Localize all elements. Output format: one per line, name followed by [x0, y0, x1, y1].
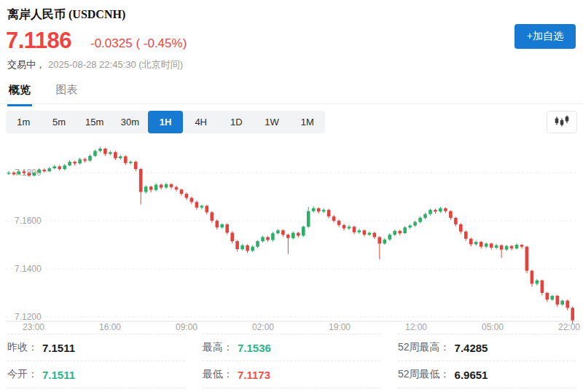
stat-value: 7.1511 — [42, 342, 75, 354]
stat-value: 6.9651 — [455, 369, 488, 381]
stat-label: 最高： — [203, 341, 233, 354]
svg-text:7.1600: 7.1600 — [15, 216, 42, 226]
tab-bar: 概览 图表 — [0, 82, 583, 104]
price-change: -0.0325 ( -0.45%) — [90, 36, 187, 51]
stat-label: 52周最高： — [398, 341, 450, 354]
quote-timestamp: 2025-08-28 22:45:30 (北京时间) — [48, 59, 183, 70]
stat-value: 7.4285 — [455, 342, 488, 354]
x-axis-labels: 23:0016:0009:0002:0019:0012:0005:0022:00 — [23, 322, 580, 332]
svg-text:7.1200: 7.1200 — [15, 312, 42, 322]
stat-label: 今开： — [7, 368, 38, 381]
stat-open: 今开：7.1511 — [7, 361, 185, 388]
price-chart-svg[interactable]: 7.18007.16007.14007.120023:0016:0009:000… — [0, 138, 583, 332]
period-button-1h[interactable]: 1H — [148, 111, 184, 133]
chart-style-button[interactable] — [547, 111, 577, 133]
stat-prev-close: 昨收：7.1511 — [7, 334, 185, 361]
stat-low: 最低：7.1173 — [203, 361, 380, 388]
period-button-1d[interactable]: 1D — [219, 111, 254, 133]
period-button-1w[interactable]: 1W — [254, 111, 290, 133]
period-button-15m[interactable]: 15m — [77, 111, 112, 133]
period-button-1m[interactable]: 1m — [6, 111, 42, 133]
stat-value: 7.1173 — [238, 369, 270, 381]
stat-label: 52周最低： — [398, 368, 450, 381]
svg-text:09:00: 09:00 — [176, 322, 197, 332]
price-chart[interactable]: 7.18007.16007.14007.120023:0016:0009:000… — [0, 138, 583, 332]
period-button-4h[interactable]: 4H — [183, 111, 219, 133]
last-price: 7.1186 — [6, 28, 71, 54]
stat-value: 7.1511 — [42, 369, 75, 381]
svg-text:16:00: 16:00 — [99, 322, 121, 332]
svg-text:05:00: 05:00 — [482, 322, 504, 332]
svg-text:7.1400: 7.1400 — [15, 264, 42, 274]
candles-layer — [7, 146, 574, 324]
quote-status-row: 交易中，2025-08-28 22:45:30 (北京时间) — [7, 58, 183, 71]
svg-text:22:00: 22:00 — [558, 322, 580, 332]
candlestick-icon — [554, 115, 570, 129]
instrument-title: 离岸人民币 (USDCNH) — [7, 7, 125, 23]
quote-page: 离岸人民币 (USDCNH) 7.1186 -0.0325 ( -0.45%) … — [0, 0, 583, 392]
quote-stats: 昨收：7.1511最高：7.153652周最高：7.4285今开：7.1511最… — [7, 334, 576, 388]
stat-value: 7.1536 — [238, 342, 271, 354]
chart-toolbar: 1m5m15m30m1H4H1D1W1M — [6, 111, 577, 133]
svg-text:19:00: 19:00 — [329, 322, 351, 332]
stat-label: 昨收： — [7, 341, 38, 354]
svg-text:02:00: 02:00 — [252, 322, 274, 332]
stat-week52-low: 52周最低：6.9651 — [398, 361, 576, 388]
stat-high: 最高：7.1536 — [203, 334, 380, 361]
period-button-30m[interactable]: 30m — [112, 111, 148, 133]
period-button-1m[interactable]: 1M — [289, 111, 325, 133]
stat-week52-high: 52周最高：7.4285 — [398, 334, 576, 361]
tab-chart[interactable]: 图表 — [54, 82, 79, 104]
period-selector: 1m5m15m30m1H4H1D1W1M — [6, 111, 325, 133]
trading-status: 交易中， — [7, 59, 45, 70]
stat-label: 最低： — [203, 368, 233, 381]
add-watchlist-button[interactable]: +加自选 — [514, 24, 576, 49]
period-button-5m[interactable]: 5m — [42, 111, 77, 133]
svg-text:12:00: 12:00 — [405, 322, 427, 332]
tab-overview[interactable]: 概览 — [7, 82, 32, 106]
svg-text:23:00: 23:00 — [23, 322, 44, 332]
